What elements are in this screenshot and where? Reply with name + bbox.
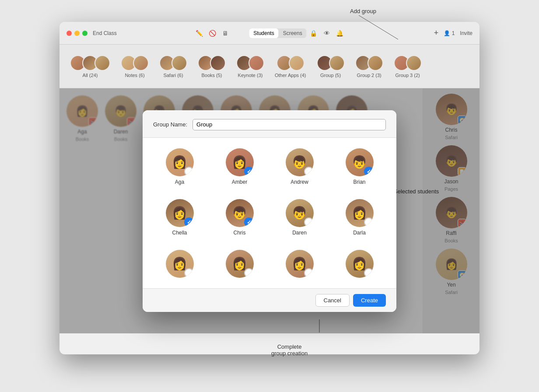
toolbar-right: + 👤 1 Invite xyxy=(434,28,472,38)
tab-books[interactable]: Books (5) xyxy=(194,52,229,80)
group-name-input[interactable] xyxy=(192,119,386,130)
minimize-button[interactable] xyxy=(74,31,80,36)
add-group-button[interactable]: + xyxy=(434,28,439,38)
select-student-row3-3[interactable]: 👩 xyxy=(273,246,326,281)
tab-keynote-label: Keynote (3) xyxy=(238,73,263,78)
tab-otherapps[interactable]: Other Apps (4) xyxy=(271,52,310,80)
group-name-label: Group Name: xyxy=(153,121,187,128)
select-student-chella[interactable]: 👩 ✓ Chella xyxy=(153,196,206,239)
select-student-row3-2[interactable]: 👩 xyxy=(213,246,266,281)
students-tab[interactable]: Students xyxy=(249,28,278,38)
modal-overlay: Group Name: 👩 Ag xyxy=(60,88,480,333)
pencil-icon[interactable]: ✏️ xyxy=(193,27,205,39)
cancel-button[interactable]: Cancel xyxy=(315,294,350,307)
tab-group2-label: Group 2 (3) xyxy=(357,73,381,78)
tab-notes[interactable]: Notes (6) xyxy=(117,52,152,80)
select-student-aga[interactable]: 👩 Aga xyxy=(153,145,206,189)
select-student-darla[interactable]: 👩 Darla xyxy=(333,196,386,239)
tab-books-label: Books (5) xyxy=(201,73,222,78)
complete-group-creation-annotation: Completegroup creation xyxy=(271,343,308,357)
segment-control: Students Screens xyxy=(249,28,306,38)
add-group-annotation: Add group xyxy=(350,8,376,14)
tab-group2[interactable]: Group 2 (3) xyxy=(352,52,387,80)
tab-safari-label: Safari (6) xyxy=(163,73,183,78)
person-count[interactable]: 👤 1 xyxy=(444,30,455,36)
main-content-area: 👩 📚 Aga Books 👦 📚 Daren Books 👦 🧭 xyxy=(60,88,480,333)
tab-otherapps-label: Other Apps (4) xyxy=(275,73,306,78)
tab-notes-label: Notes (6) xyxy=(125,73,144,78)
end-class-button[interactable]: End Class xyxy=(93,30,117,36)
screen-icon[interactable]: 🖥 xyxy=(219,27,231,39)
tab-all[interactable]: All (24) xyxy=(66,52,114,80)
modal-header: Group Name: xyxy=(143,110,396,138)
student-select-grid: 👩 Aga 👩 ✓ xyxy=(153,145,386,281)
circle-slash-icon[interactable]: 🚫 xyxy=(206,27,218,39)
select-student-brian[interactable]: 👦 ✓ Brian xyxy=(333,145,386,189)
select-student-row3-1[interactable]: 👩 xyxy=(153,246,206,281)
create-group-modal: Group Name: 👩 Ag xyxy=(143,110,396,312)
titlebar: End Class ✏️ 🚫 🖥 Students Screens 🔒 👁 🔔 … xyxy=(60,22,480,45)
screens-tab[interactable]: Screens xyxy=(279,28,307,38)
tab-group[interactable]: Group (5) xyxy=(313,52,348,80)
traffic-lights xyxy=(66,31,88,36)
lock-icon[interactable]: 🔒 xyxy=(308,27,320,39)
maximize-button[interactable] xyxy=(82,31,88,36)
main-window: End Class ✏️ 🚫 🖥 Students Screens 🔒 👁 🔔 … xyxy=(60,22,480,354)
tab-group-label: Group (5) xyxy=(320,73,341,78)
modal-footer: Cancel Create xyxy=(143,288,396,312)
tab-group3[interactable]: Group 3 (2) xyxy=(390,52,425,80)
tab-safari[interactable]: Safari (6) xyxy=(156,52,191,80)
divider1 xyxy=(234,27,246,39)
bell-icon[interactable]: 🔔 xyxy=(334,27,346,39)
close-button[interactable] xyxy=(66,31,72,36)
app-tabs-bar: All (24) Notes (6) Safari (6) Books (5) xyxy=(60,45,480,88)
create-button[interactable]: Create xyxy=(353,294,386,307)
invite-button[interactable]: Invite xyxy=(460,30,472,36)
tab-all-label: All (24) xyxy=(83,73,98,78)
select-student-andrew[interactable]: 👦 Andrew xyxy=(273,145,326,189)
select-student-daren[interactable]: 👦 Daren xyxy=(273,196,326,239)
modal-body: 👩 Aga 👩 ✓ xyxy=(143,138,396,288)
select-student-row3-4[interactable]: 👩 xyxy=(333,246,386,281)
tab-keynote[interactable]: Keynote (3) xyxy=(233,52,268,80)
toolbar-center: ✏️ 🚫 🖥 Students Screens 🔒 👁 🔔 xyxy=(193,27,346,39)
eye-icon[interactable]: 👁 xyxy=(321,27,333,39)
select-student-amber[interactable]: 👩 ✓ Amber xyxy=(213,145,266,189)
tab-group3-label: Group 3 (2) xyxy=(395,73,420,78)
select-student-chris[interactable]: 👦 ✓ Chris xyxy=(213,196,266,239)
